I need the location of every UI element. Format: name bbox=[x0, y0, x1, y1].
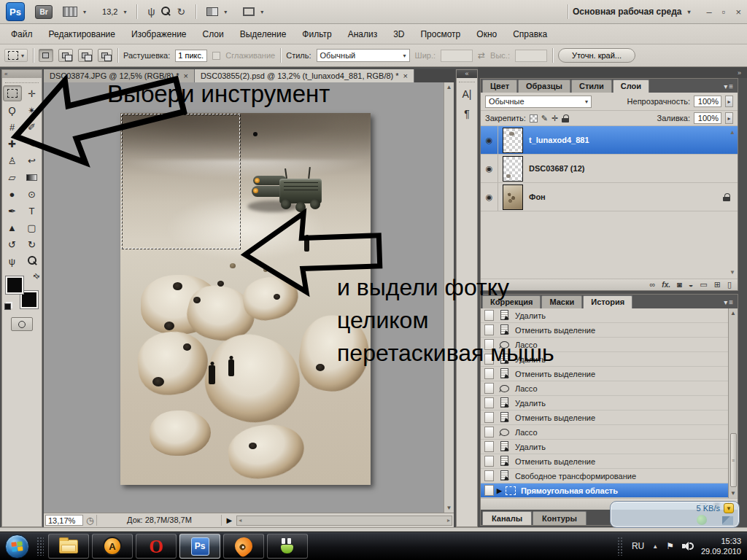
history-source-checkbox[interactable] bbox=[484, 427, 494, 438]
tool-sponge[interactable]: ⊙ bbox=[23, 186, 42, 202]
taskbar-download-master-button[interactable] bbox=[223, 534, 264, 559]
download-speed-widget[interactable]: 5 KB/s ▼ bbox=[610, 501, 740, 528]
history-step-label[interactable]: Отменить выделение bbox=[515, 457, 595, 466]
arrange-documents-icon[interactable] bbox=[206, 7, 218, 16]
visibility-toggle[interactable]: ◉ bbox=[481, 126, 498, 154]
scroll-right-icon[interactable]: ▸ bbox=[447, 517, 450, 524]
taskbar-photoshop-button[interactable]: Ps bbox=[179, 534, 220, 559]
language-indicator[interactable]: RU bbox=[632, 541, 644, 551]
fill-value[interactable]: 100% bbox=[694, 112, 721, 124]
menu-item[interactable]: Окно bbox=[468, 26, 505, 42]
canvas-horizontal-scrollbar[interactable]: ◂ ▸ bbox=[236, 516, 452, 526]
layer-name[interactable]: t_lunaxod4_881 bbox=[529, 136, 589, 144]
new-layer-icon[interactable]: ⊞ bbox=[714, 281, 721, 289]
start-button[interactable] bbox=[5, 534, 29, 559]
dock-header[interactable]: » bbox=[478, 67, 747, 78]
menu-item[interactable]: Просмотр bbox=[412, 26, 468, 42]
panel-tab[interactable]: Цвет bbox=[482, 79, 517, 93]
taskbar-opera-button[interactable]: O bbox=[136, 534, 177, 559]
panel-tab[interactable]: Каналы bbox=[482, 511, 532, 525]
tool-zoom[interactable] bbox=[23, 253, 42, 269]
layer-style-icon[interactable]: fx. bbox=[662, 281, 670, 289]
history-step-label[interactable]: Удалить bbox=[515, 443, 546, 451]
selection-mode-add-button[interactable] bbox=[58, 49, 73, 62]
history-step[interactable]: ▶ Отменить выделение bbox=[481, 367, 738, 381]
lock-all-icon[interactable] bbox=[562, 114, 569, 122]
arrange-documents[interactable]: ▾ bbox=[201, 7, 233, 16]
layer-row[interactable]: ◉ Фон bbox=[481, 183, 738, 211]
layer-row[interactable]: ◉ t_lunaxod4_881 bbox=[481, 126, 738, 155]
opacity-value[interactable]: 100% bbox=[694, 96, 721, 107]
history-step-label[interactable]: Отменить выделение bbox=[515, 326, 595, 335]
link-layers-icon[interactable]: ∞ bbox=[649, 281, 655, 289]
menu-item[interactable]: Слои bbox=[195, 26, 232, 42]
history-step[interactable]: ▶ Свободное трансформирование bbox=[481, 469, 738, 483]
scroll-up-icon[interactable]: ▲ bbox=[446, 84, 452, 90]
zoom-level-value[interactable]: 13,2 bbox=[102, 7, 117, 16]
scroll-up-icon[interactable]: ▲ bbox=[730, 310, 736, 316]
history-step-label[interactable]: Удалить bbox=[515, 311, 546, 320]
taskbar-qip-button[interactable] bbox=[267, 534, 308, 559]
chevron-down-icon[interactable]: ▾ bbox=[688, 9, 691, 15]
panel-tab[interactable]: Контуры bbox=[533, 511, 587, 525]
zoom-level-control[interactable]: 13,2 ▾ bbox=[96, 7, 132, 16]
chevron-down-icon[interactable]: ▾ bbox=[123, 9, 126, 15]
history-step-label[interactable]: Прямоугольная область bbox=[521, 486, 618, 495]
scroll-down-icon[interactable]: ▼ bbox=[446, 505, 452, 511]
antialias-checkbox[interactable] bbox=[212, 52, 220, 60]
workspace-switcher[interactable]: Основная рабочая среда ▾ bbox=[573, 7, 691, 17]
scroll-down-icon[interactable]: ▼ bbox=[729, 269, 735, 276]
chevron-down-icon[interactable]: ▾ bbox=[260, 9, 263, 15]
opacity-spinner[interactable]: ▸ bbox=[725, 96, 733, 107]
screen-mode-icon[interactable] bbox=[243, 7, 255, 16]
menu-item[interactable]: Изображение bbox=[123, 26, 195, 42]
blend-mode-select[interactable]: Обычные ▾ bbox=[485, 96, 592, 108]
panel-tab[interactable]: Маски bbox=[541, 295, 582, 308]
menu-item[interactable]: 3D bbox=[385, 26, 412, 42]
tab-close-icon[interactable]: × bbox=[403, 71, 408, 80]
layer-mask-icon[interactable]: ◙ bbox=[677, 281, 682, 289]
history-scrollbar[interactable]: ▲ ≡ ▼ bbox=[728, 308, 738, 498]
lock-transparency-icon[interactable] bbox=[530, 114, 538, 122]
history-step-label[interactable]: Отменить выделение bbox=[515, 413, 595, 422]
history-step[interactable]: ▶ Лассо bbox=[481, 425, 738, 440]
history-source-checkbox[interactable] bbox=[484, 310, 494, 321]
panel-menu-button[interactable]: ▾ ≡ bbox=[721, 82, 736, 93]
adjustment-layer-icon[interactable]: ◒ bbox=[689, 281, 694, 289]
rotate-view-icon[interactable]: ↻ bbox=[177, 7, 185, 17]
tool-type[interactable]: T bbox=[23, 203, 42, 219]
menu-item[interactable]: Редактирование bbox=[41, 26, 123, 42]
history-step[interactable]: ▶ Удалить bbox=[481, 308, 738, 323]
panel-tab[interactable]: История bbox=[583, 295, 632, 308]
minimize-button[interactable]: – bbox=[707, 7, 712, 18]
lock-pixels-icon[interactable]: ✎ bbox=[541, 114, 548, 123]
layer-thumbnail[interactable] bbox=[503, 128, 523, 153]
menu-item[interactable]: Справка bbox=[505, 26, 555, 42]
history-step-label[interactable]: Свободное трансформирование bbox=[515, 472, 636, 481]
history-source-checkbox[interactable] bbox=[484, 485, 494, 496]
selection-mode-intersect-button[interactable] bbox=[98, 49, 112, 62]
tool-blur[interactable]: ● bbox=[3, 186, 22, 202]
refine-edge-button[interactable]: Уточн. край... bbox=[558, 48, 635, 63]
lock-position-icon[interactable]: ✛ bbox=[551, 114, 558, 123]
history-source-checkbox[interactable] bbox=[484, 412, 494, 423]
layer-name[interactable]: Фон bbox=[529, 192, 546, 201]
history-step-label[interactable]: Удалить bbox=[515, 399, 546, 408]
close-button[interactable]: × bbox=[735, 7, 741, 18]
tab-close-icon[interactable]: × bbox=[183, 71, 187, 80]
tool-hand[interactable]: ψ bbox=[3, 253, 22, 269]
history-source-checkbox[interactable] bbox=[484, 368, 494, 379]
tool-3d-roll[interactable]: ↻ bbox=[23, 236, 42, 252]
panel-menu-button[interactable]: ▾ ≡ bbox=[721, 298, 736, 308]
screen-mode[interactable]: ▾ bbox=[237, 7, 269, 16]
history-step[interactable]: ▶ Лассо bbox=[481, 381, 738, 396]
chevron-down-icon[interactable]: ▾ bbox=[83, 9, 86, 15]
visibility-toggle[interactable]: ◉ bbox=[481, 155, 498, 182]
status-zoom-input[interactable]: 13,17% bbox=[45, 515, 83, 526]
selection-mode-subtract-button[interactable] bbox=[78, 49, 93, 62]
tool-shape[interactable]: ▢ bbox=[23, 219, 42, 236]
selection-mode-new-button[interactable] bbox=[39, 49, 53, 62]
delete-layer-icon[interactable]: ▯ bbox=[727, 281, 732, 289]
chevron-down-icon[interactable]: ▾ bbox=[21, 52, 24, 59]
action-center-flag-icon[interactable]: ⚑ bbox=[666, 541, 674, 551]
